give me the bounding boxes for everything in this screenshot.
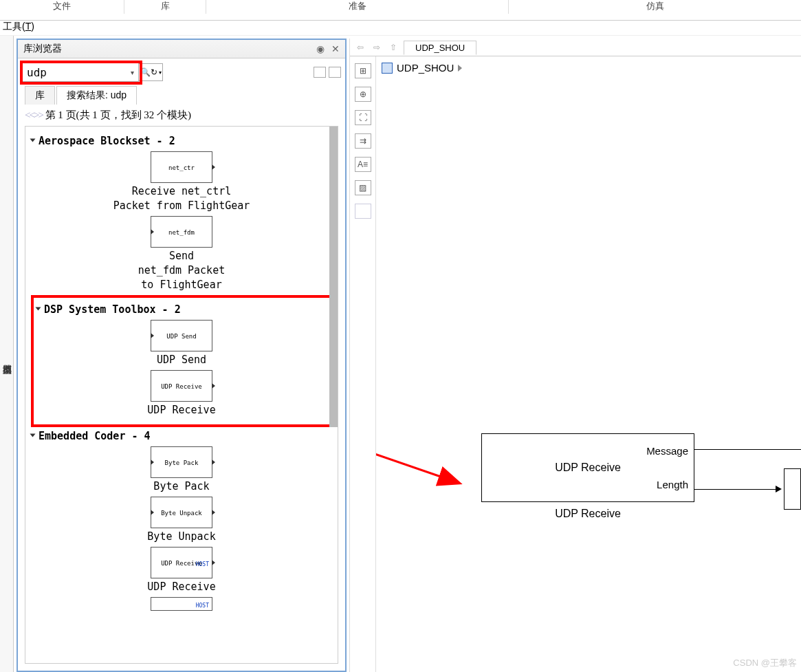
grid-view-icon[interactable] [329,67,341,78]
result-group-header[interactable]: Embedded Coder - 4 [31,430,332,442]
library-browser-title: 库浏览器 [23,43,62,55]
block-item[interactable]: UDP Receive UDP Receive [36,370,327,416]
ribbon-group-simulation: 仿真 [509,0,801,14]
svg-line-1 [376,414,459,483]
nav-back-icon[interactable]: ⇦ [354,41,366,54]
auto-layout-icon[interactable]: ⇉ [355,133,371,149]
block-item[interactable]: UDP Send UDP Send [36,320,327,366]
search-refresh-icon: 🔍↻ [140,67,157,77]
block-port-length: Length [657,479,688,490]
search-input[interactable] [22,63,139,82]
pager-next-icon[interactable]: >> [34,109,43,120]
close-icon[interactable]: ✕ [331,43,340,54]
block-item[interactable]: net_fdm Send net_fdm Packet to FlightGea… [31,216,332,291]
model-browser-side-tab[interactable]: 模型浏览器 [0,36,14,672]
dropdown-icon[interactable]: ◉ [316,43,325,54]
block-item[interactable]: net_ctr Receive net_ctrl Packet from Fli… [31,151,332,212]
model-canvas[interactable]: UDP_SHOU [376,56,801,672]
fit-to-view-icon[interactable]: ⛶ [355,110,371,125]
canvas-block-name: UDP Receive [481,508,694,520]
chevron-right-icon [458,65,462,72]
tab-search-results[interactable]: 搜索结果: udp [56,86,137,105]
downstream-block-stub[interactable] [784,468,801,510]
editor-canvas-pane: ⇦ ⇨ ⇧ UDP_SHOU ⊞ ⊕ ⛶ ⇉ A≡ ▨ UDP_SHOU [349,39,801,672]
image-icon[interactable]: ▨ [355,180,371,195]
search-results-pager: <<>> 第 1 页(共 1 页，找到 32 个模块) [18,105,345,126]
signal-arrow-icon [776,486,782,492]
ribbon-group-prepare: 准备 [206,0,509,14]
expand-icon [30,434,36,437]
watermark: CSDN @王攀客 [733,657,797,669]
block-item[interactable]: Byte Unpack Byte Unpack [31,497,332,543]
nav-forward-icon[interactable]: ⇨ [371,41,383,54]
toggle-panel-icon[interactable]: ⊞ [355,63,371,78]
block-item[interactable]: HOSTUDP Receive UDP Receive [31,547,332,593]
empty-tool-icon[interactable] [355,204,371,219]
library-browser-tabs: 库 搜索结果: udp [18,86,345,105]
ribbon-group-library: 库 [124,0,206,14]
block-item[interactable]: HOST [31,597,332,614]
ribbon-groups: 文件 库 准备 仿真 [0,0,801,21]
canvas-block-udp-receive[interactable]: UDP Receive Message Length [481,433,694,502]
dropdown-icon[interactable]: ▾ [131,69,134,76]
nav-up-icon[interactable]: ⇧ [387,41,399,54]
library-browser-title-bar: 库浏览器 ◉ ✕ [18,40,345,58]
block-port-message: Message [646,445,688,457]
canvas-tab-bar: ⇦ ⇨ ⇧ UDP_SHOU [350,39,801,56]
expand-icon [30,139,36,142]
search-button[interactable]: 🔍↻ ▾ [138,63,163,81]
list-view-icon[interactable] [314,67,326,78]
block-label: UDP Receive [555,462,621,474]
block-item[interactable]: Byte Pack Byte Pack [31,446,332,492]
canvas-toolbar: ⊞ ⊕ ⛶ ⇉ A≡ ▨ [350,56,376,672]
result-group-header[interactable]: Aerospace Blockset - 2 [31,135,332,147]
expand-icon [36,307,41,311]
annotation-group-highlight: DSP System Toolbox - 2 UDP Send UDP Send… [31,295,332,427]
tools-menu[interactable]: 工具(T) [0,21,801,36]
signal-wire [694,489,777,490]
zoom-in-icon[interactable]: ⊕ [355,87,371,102]
tab-library[interactable]: 库 [25,86,55,105]
result-group-header[interactable]: DSP System Toolbox - 2 [36,303,327,316]
chevron-down-icon: ▾ [159,69,162,76]
annotation-arrow [376,56,801,607]
scrollbar[interactable] [329,127,338,427]
canvas-tab[interactable]: UDP_SHOU [404,41,476,55]
model-icon [382,63,393,74]
pager-prev-icon[interactable]: << [25,109,34,120]
annotation-icon[interactable]: A≡ [355,157,371,172]
ribbon-group-file: 文件 [0,0,124,14]
signal-wire [694,449,801,450]
library-browser-panel: 库浏览器 ◉ ✕ ▾ 🔍↻ ▾ 库 搜索结果: udp [17,39,347,672]
breadcrumb[interactable]: UDP_SHOU [382,62,462,74]
search-results-list[interactable]: Aerospace Blockset - 2 net_ctr Receive n… [25,126,338,664]
